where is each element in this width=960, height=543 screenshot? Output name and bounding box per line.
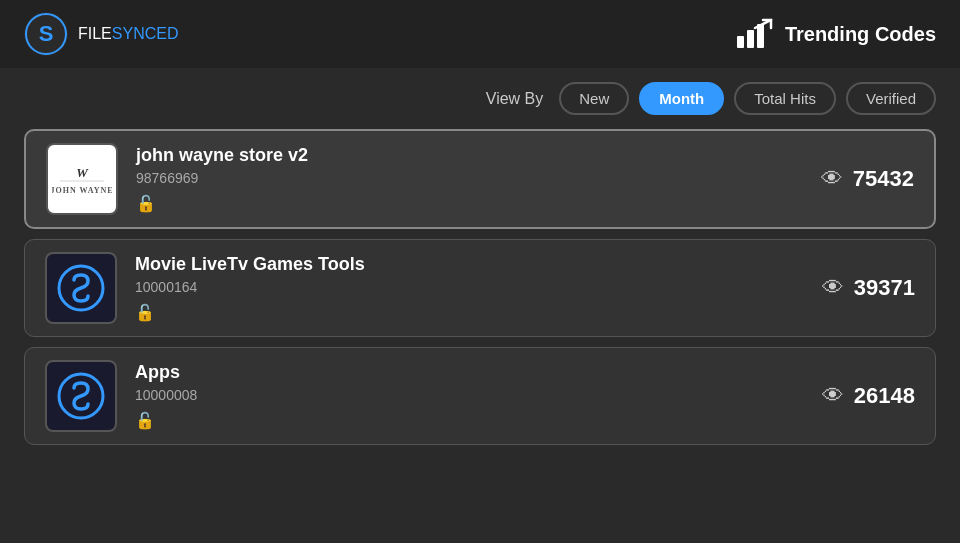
logo-synced: SYNCED (112, 25, 179, 42)
filesynced-s-icon-2 (54, 369, 108, 423)
item-name: Apps (135, 362, 197, 383)
eye-icon: 👁 (822, 383, 844, 409)
hit-count: 39371 (854, 275, 915, 301)
tab-new[interactable]: New (559, 82, 629, 115)
trending-icon (733, 14, 773, 54)
item-info: Apps 10000008 🔓 (135, 362, 197, 430)
item-right: 👁 39371 (822, 275, 915, 301)
list-item[interactable]: Movie LiveTv Games Tools 10000164 🔓 👁 39… (24, 239, 936, 337)
eye-icon: 👁 (821, 166, 843, 192)
svg-text:JOHN WAYNE: JOHN WAYNE (52, 186, 112, 195)
item-code: 98766969 (136, 170, 308, 186)
logo-s-icon: S (24, 12, 68, 56)
svg-rect-5 (747, 30, 754, 48)
hit-count: 26148 (854, 383, 915, 409)
lock-icon: 🔓 (135, 411, 197, 430)
filesynced-s-icon (54, 261, 108, 315)
logo-area: S FILESYNCED (24, 12, 178, 56)
item-right: 👁 26148 (822, 383, 915, 409)
logo-text: FILESYNCED (78, 25, 178, 43)
item-right: 👁 75432 (821, 166, 914, 192)
item-info: john wayne store v2 98766969 🔓 (136, 145, 308, 213)
item-thumbnail: W JOHN WAYNE (46, 143, 118, 215)
item-left: W JOHN WAYNE john wayne store v2 9876696… (46, 143, 308, 215)
logo-file: FILE (78, 25, 112, 42)
list-item[interactable]: W JOHN WAYNE john wayne store v2 9876696… (24, 129, 936, 229)
item-thumbnail (45, 360, 117, 432)
john-wayne-logo: W JOHN WAYNE (52, 149, 112, 209)
tab-verified[interactable]: Verified (846, 82, 936, 115)
item-name: Movie LiveTv Games Tools (135, 254, 365, 275)
lock-icon: 🔓 (135, 303, 365, 322)
items-list: W JOHN WAYNE john wayne store v2 9876696… (0, 129, 960, 455)
list-item[interactable]: Apps 10000008 🔓 👁 26148 (24, 347, 936, 445)
tab-total-hits[interactable]: Total Hits (734, 82, 836, 115)
view-by-bar: View By New Month Total Hits Verified (0, 68, 960, 129)
svg-text:W: W (76, 165, 89, 180)
svg-rect-4 (737, 36, 744, 48)
svg-text:S: S (39, 21, 54, 46)
lock-icon: 🔓 (136, 194, 308, 213)
item-code: 10000008 (135, 387, 197, 403)
item-info: Movie LiveTv Games Tools 10000164 🔓 (135, 254, 365, 322)
item-left: Movie LiveTv Games Tools 10000164 🔓 (45, 252, 365, 324)
item-thumbnail (45, 252, 117, 324)
trending-area: Trending Codes (733, 14, 936, 54)
view-by-label: View By (486, 90, 544, 108)
item-left: Apps 10000008 🔓 (45, 360, 197, 432)
header: S FILESYNCED Trending Codes (0, 0, 960, 68)
trending-label: Trending Codes (785, 23, 936, 46)
eye-icon: 👁 (822, 275, 844, 301)
tab-month[interactable]: Month (639, 82, 724, 115)
item-name: john wayne store v2 (136, 145, 308, 166)
hit-count: 75432 (853, 166, 914, 192)
item-code: 10000164 (135, 279, 365, 295)
